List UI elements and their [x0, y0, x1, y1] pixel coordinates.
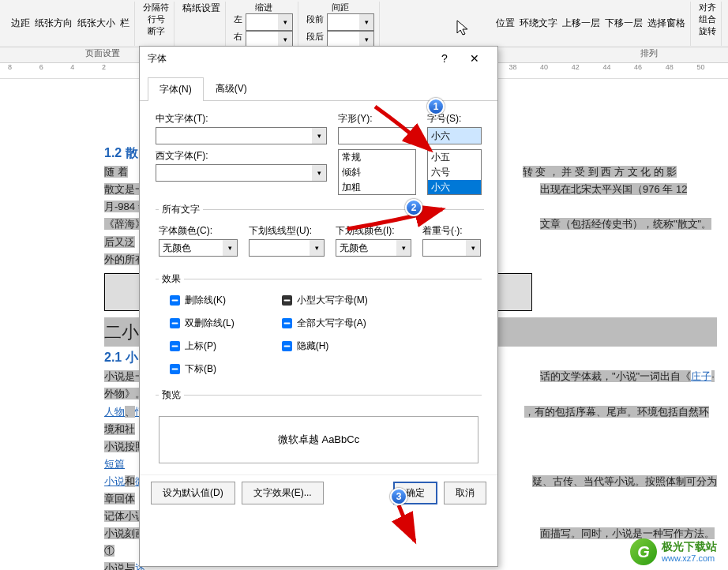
checkbox-input[interactable]	[170, 341, 180, 351]
checkbox-label: 隐藏(H)	[297, 339, 329, 353]
cancel-button[interactable]: 取消	[444, 482, 486, 504]
watermark-url: www.xz7.com	[662, 553, 717, 563]
font-color-value: 无颜色	[163, 242, 191, 255]
list-item[interactable]: 加粗	[339, 180, 415, 195]
underline-color-value: 无颜色	[340, 242, 368, 255]
preview-legend: 预览	[159, 388, 184, 402]
set-default-button[interactable]: 设为默认值(D)	[151, 482, 235, 504]
checkbox-subscript[interactable]: 下标(B)	[170, 362, 235, 376]
annotation-badge-3: 3	[390, 488, 407, 505]
style-label: 字形(Y):	[338, 112, 416, 126]
font-dialog: 字体 ? ✕ 字体(N) 高级(V) 中文字体(T): ▾ 字形(Y): 字号(…	[139, 46, 498, 567]
checkbox-superscript[interactable]: 上标(P)	[170, 339, 235, 353]
size-value: 小六	[431, 129, 450, 143]
checkbox-all-caps[interactable]: 全部大写字母(A)	[282, 317, 368, 330]
underline-color-select[interactable]: 无颜色▾	[336, 239, 411, 257]
checkbox-strikethrough[interactable]: 删除线(K)	[170, 294, 235, 307]
checkbox-input[interactable]	[282, 341, 292, 351]
indent-left-label: 左	[234, 13, 242, 31]
checkbox-input[interactable]	[282, 295, 292, 306]
checkbox-label: 下标(B)	[185, 362, 216, 376]
chevron-down-icon: ▾	[312, 128, 326, 144]
underline-style-select[interactable]: ▾	[249, 239, 325, 257]
checkbox-label: 双删除线(L)	[185, 317, 235, 330]
annotation-badge-1: 1	[427, 98, 445, 115]
ribbon-item[interactable]: 分隔符	[143, 2, 169, 13]
list-item[interactable]: 倾斜	[339, 165, 415, 180]
annotation-badge-2: 2	[405, 199, 422, 216]
text-effects-button[interactable]: 文字效果(E)...	[242, 482, 324, 504]
underline-color-label: 下划线颜色(I):	[336, 224, 411, 238]
close-button[interactable]: ✕	[460, 47, 490, 69]
ribbon-item[interactable]: 组合	[699, 13, 716, 25]
dialog-title-bar: 字体 ? ✕	[140, 47, 497, 70]
ribbon-item[interactable]: 纸张方向	[35, 17, 73, 30]
indent-left-input[interactable]: ▾	[246, 13, 293, 31]
ribbon-item[interactable]: 纸张大小	[77, 17, 115, 30]
all-text-legend: 所有文字	[159, 203, 203, 216]
chevron-down-icon: ▾	[466, 240, 480, 256]
size-listbox[interactable]: 小五 六号 小六	[427, 149, 482, 195]
space-before-label: 段前	[306, 13, 324, 31]
emphasis-label: 着重号(·):	[422, 224, 481, 238]
list-item[interactable]: 小五	[428, 150, 481, 165]
tab-advanced[interactable]: 高级(V)	[204, 77, 259, 100]
tab-font[interactable]: 字体(N)	[148, 77, 204, 101]
checkbox-input[interactable]	[170, 295, 180, 306]
checkbox-label: 全部大写字母(A)	[297, 317, 366, 330]
checkbox-small-caps[interactable]: 小型大写字母(M)	[282, 294, 368, 307]
preview-text: 微软卓越 AaBbCc	[278, 433, 359, 447]
ribbon: 边距 纸张方向 纸张大小 栏 分隔符 行号 断字 稿纸设置 缩进 左 ▾ 右 ▾…	[0, 0, 728, 47]
checkbox-hidden[interactable]: 隐藏(H)	[282, 339, 368, 353]
ribbon-item[interactable]: 选择窗格	[647, 17, 685, 30]
chinese-font-label: 中文字体(T):	[156, 112, 327, 126]
chevron-down-icon: ▾	[312, 165, 326, 181]
ribbon-item[interactable]: 栏	[120, 17, 129, 30]
style-listbox[interactable]: 常规 倾斜 加粗	[338, 149, 416, 195]
ribbon-item[interactable]: 旋转	[699, 25, 716, 37]
logo-icon: G	[630, 538, 657, 565]
chevron-down-icon: ▾	[223, 240, 237, 256]
chinese-font-combo[interactable]: ▾	[156, 127, 327, 144]
latin-font-combo[interactable]: ▾	[156, 164, 327, 182]
checkbox-double-strikethrough[interactable]: 双删除线(L)	[170, 317, 235, 330]
dialog-title: 字体	[148, 52, 430, 66]
size-input[interactable]: 小六	[427, 127, 482, 144]
checkbox-label: 删除线(K)	[185, 294, 226, 307]
chevron-down-icon: ▾	[396, 240, 411, 256]
watermark: G 极光下载站 www.xz7.com	[630, 538, 717, 565]
preview-box: 微软卓越 AaBbCc	[159, 416, 478, 463]
checkbox-input[interactable]	[170, 364, 180, 374]
latin-font-label: 西文字体(F):	[156, 149, 327, 163]
underline-style-label: 下划线线型(U):	[249, 224, 325, 238]
ribbon-label: 间距	[332, 2, 349, 12]
effects-legend: 效果	[159, 272, 184, 286]
ribbon-item[interactable]: 下移一层	[605, 17, 643, 30]
ribbon-item[interactable]: 上移一层	[562, 17, 600, 30]
list-item[interactable]: 六号	[428, 165, 481, 180]
ribbon-item[interactable]: 环绕文字	[520, 17, 557, 30]
chevron-down-icon: ▾	[310, 240, 324, 256]
ribbon-item[interactable]: 稿纸设置	[182, 2, 220, 15]
ribbon-item[interactable]: 位置	[496, 17, 515, 30]
list-item-selected[interactable]: 小六	[428, 180, 481, 195]
style-input[interactable]	[338, 127, 416, 144]
ribbon-label: 缩进	[255, 2, 272, 12]
checkbox-input[interactable]	[170, 318, 180, 328]
space-before-input[interactable]: ▾	[327, 13, 374, 31]
help-button[interactable]: ?	[430, 47, 460, 69]
ribbon-item[interactable]: 对齐	[699, 2, 716, 13]
checkbox-label: 上标(P)	[185, 339, 216, 353]
watermark-name: 极光下载站	[662, 541, 717, 553]
emphasis-select[interactable]: ▾	[422, 239, 481, 257]
list-item[interactable]: 常规	[339, 150, 415, 165]
font-color-select[interactable]: 无颜色▾	[159, 239, 238, 257]
font-color-label: 字体颜色(C):	[159, 224, 238, 238]
ribbon-item[interactable]: 断字	[148, 25, 165, 37]
checkbox-label: 小型大写字母(M)	[297, 294, 368, 307]
ribbon-item[interactable]: 行号	[148, 13, 165, 25]
checkbox-input[interactable]	[282, 318, 292, 328]
ribbon-item[interactable]: 边距	[11, 17, 30, 30]
